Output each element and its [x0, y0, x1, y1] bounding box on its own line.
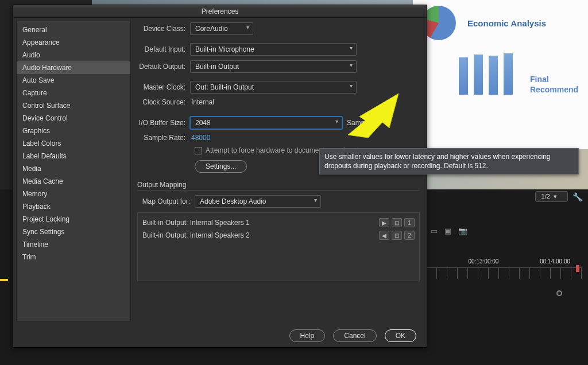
safe-margins-icon[interactable]: ▣ [444, 227, 451, 235]
map-output-for-label: Map Output for: [137, 197, 195, 205]
export-frame-icon[interactable]: ▭ [431, 227, 438, 235]
mute-icon[interactable]: ◀ [379, 231, 389, 240]
clock-source-value: Internal [190, 98, 214, 106]
sidebar-item-sync-settings[interactable]: Sync Settings [17, 226, 130, 238]
device-class-select[interactable]: CoreAudio [190, 22, 253, 35]
output-mapping-row: Built-in Output: Internal Speakers 2 ◀ ⊡… [141, 229, 416, 242]
sidebar-item-audio-hardware[interactable]: Audio Hardware [17, 61, 130, 74]
sample-rate-label: Sample Rate: [137, 134, 190, 142]
presentation-slide: Economic Analysis Final Recommend [413, 0, 588, 149]
sidebar-item-capture[interactable]: Capture [17, 87, 130, 99]
output-mapping-header: Output Mapping [137, 181, 420, 191]
program-button-bar: ▭ ▣ 📷 [431, 227, 467, 235]
io-buffer-label: I/O Buffer Size: [137, 119, 190, 127]
sidebar-item-graphics[interactable]: Graphics [17, 125, 130, 137]
output-mapping-list: Built-in Output: Internal Speakers 1 ▶ ⊡… [137, 212, 420, 281]
sidebar-item-general[interactable]: General [17, 24, 130, 36]
sidebar-item-label-defaults[interactable]: Label Defaults [17, 150, 130, 162]
io-buffer-tooltip: Use smaller values for lower latency and… [319, 148, 579, 174]
preferences-sidebar: GeneralAppearanceAudioAudio HardwareAuto… [16, 21, 131, 321]
master-clock-select[interactable]: Out: Built-in Output [190, 81, 357, 94]
zoom-select[interactable]: 1/2 ▾ [535, 191, 568, 202]
in-point-marker [576, 265, 579, 272]
output-mapping-row: Built-in Output: Internal Speakers 1 ▶ ⊡… [141, 216, 416, 229]
route-icon[interactable]: ⊡ [392, 218, 402, 227]
map-output-for-select[interactable]: Adobe Desktop Audio [195, 195, 321, 208]
slide-title: Economic Analysis [467, 18, 546, 28]
sidebar-item-device-control[interactable]: Device Control [17, 112, 130, 125]
timecode: 00:13:00:00 [469, 258, 499, 265]
sidebar-item-playback[interactable]: Playback [17, 200, 130, 213]
sidebar-item-media[interactable]: Media [17, 162, 130, 175]
sidebar-item-timeline[interactable]: Timeline [17, 238, 130, 251]
default-output-select[interactable]: Built-in Output [190, 60, 357, 73]
default-input-select[interactable]: Built-in Microphone [190, 43, 357, 56]
channel-number[interactable]: 1 [404, 218, 415, 227]
master-clock-label: Master Clock: [137, 83, 190, 91]
cancel-button[interactable]: Cancel [333, 329, 376, 342]
route-icon[interactable]: ⊡ [392, 231, 402, 240]
bar-chart-icon [459, 52, 513, 95]
ok-button[interactable]: OK [385, 329, 416, 342]
sidebar-item-appearance[interactable]: Appearance [17, 36, 130, 49]
play-icon[interactable]: ▶ [379, 218, 389, 227]
force-hardware-checkbox[interactable] [195, 147, 202, 154]
channel-number[interactable]: 2 [404, 231, 415, 240]
sidebar-item-label-colors[interactable]: Label Colors [17, 137, 130, 150]
settings-button[interactable]: Settings... [195, 160, 247, 173]
default-input-label: Default Input: [137, 45, 190, 53]
help-button[interactable]: Help [289, 329, 326, 342]
sidebar-item-control-surface[interactable]: Control Surface [17, 99, 130, 112]
preferences-dialog: Preferences GeneralAppearanceAudioAudio … [13, 5, 427, 348]
mapping-label: Built-in Output: Internal Speakers 1 [142, 219, 250, 227]
wrench-icon[interactable]: 🔧 [572, 192, 582, 201]
sidebar-item-memory[interactable]: Memory [17, 188, 130, 200]
camera-icon[interactable]: 📷 [458, 227, 467, 235]
timecode: 00:14:00:00 [540, 258, 570, 265]
sidebar-item-audio[interactable]: Audio [17, 49, 130, 61]
sample-rate-value[interactable]: 48000 [190, 134, 210, 142]
playhead-indicator[interactable] [556, 290, 562, 296]
sidebar-item-project-locking[interactable]: Project Locking [17, 213, 130, 226]
mapping-label: Built-in Output: Internal Speakers 2 [142, 231, 250, 239]
slide-subtitle: Final Recommend [530, 74, 578, 95]
dialog-footer: Help Cancel OK [13, 324, 427, 347]
yellow-marker [0, 279, 8, 281]
sidebar-item-media-cache[interactable]: Media Cache [17, 175, 130, 188]
sidebar-item-trim[interactable]: Trim [17, 251, 130, 263]
sidebar-item-auto-save[interactable]: Auto Save [17, 74, 130, 87]
dialog-title: Preferences [13, 5, 427, 18]
default-output-label: Default Output: [137, 63, 190, 71]
io-buffer-select[interactable]: 2048 [190, 117, 342, 129]
io-buffer-suffix: Samples [347, 119, 374, 127]
clock-source-label: Clock Source: [137, 98, 190, 106]
device-class-label: Device Class: [137, 25, 190, 33]
